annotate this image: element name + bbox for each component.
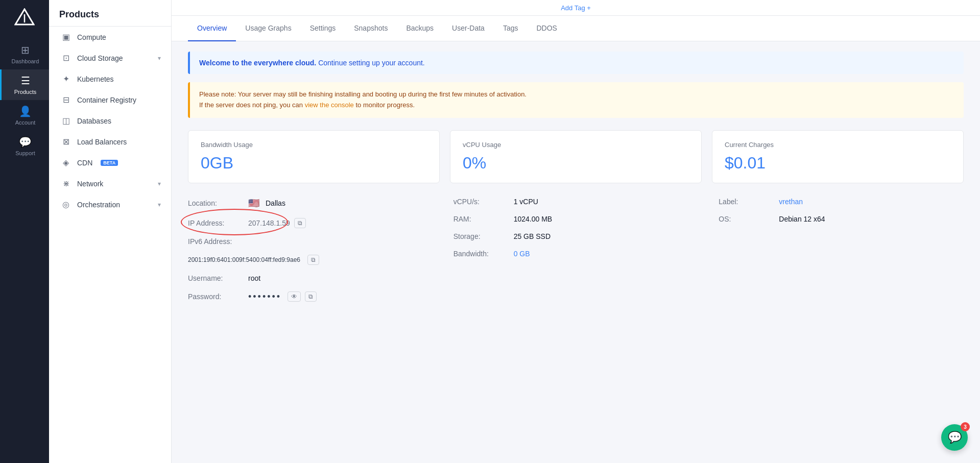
location-label: Location: [188,199,244,207]
network-icon: ⋇ [61,179,71,188]
nav-label-products: Products [14,89,36,95]
sidebar-label-compute: Compute [77,33,106,41]
add-tag-link[interactable]: Add Tag + [561,4,591,12]
storage-row: Storage: 25 GB SSD [453,232,699,240]
nav-label-account: Account [15,119,36,126]
charges-label: Current Charges [725,141,951,149]
sidebar-item-container-registry[interactable]: ⊟ Container Registry [49,89,171,110]
ip-value: 207.148.1.59 [248,219,290,227]
server-label-value[interactable]: vrethan [779,198,803,206]
note-line3: to monitor progress. [355,101,415,109]
info-col-1: Location: 🇺🇸 Dallas IP Address: 207.148.… [188,198,433,302]
welcome-banner: Welcome to the everywhere cloud. Continu… [188,52,964,74]
chevron-down-icon-network: ▾ [158,180,161,187]
tab-user-data[interactable]: User-Data [443,16,494,41]
sidebar-item-load-balancers[interactable]: ⊠ Load Balancers [49,131,171,152]
sidebar-item-kubernetes[interactable]: ✦ Kubernetes [49,68,171,89]
products-icon: ☰ [21,75,30,87]
stat-card-vcpu: vCPU Usage 0% [450,130,702,183]
sidebar-title: Products [49,0,171,27]
tab-settings[interactable]: Settings [301,16,345,41]
tab-snapshots[interactable]: Snapshots [345,16,397,41]
main-content: Add Tag + Overview Usage Graphs Settings… [172,0,980,463]
continue-setup-link[interactable]: Continue setting up your account. [318,59,425,67]
tabs-bar: Overview Usage Graphs Settings Snapshots… [172,16,980,41]
info-col-3: Label: vrethan OS: Debian 12 x64 [719,198,964,302]
tab-usage-graphs[interactable]: Usage Graphs [236,16,300,41]
cloud-storage-icon: ⊡ [61,53,71,63]
beta-badge: BETA [101,160,118,166]
nav-label-dashboard: Dashboard [12,58,39,64]
dashboard-icon: ⊞ [21,44,30,56]
ip-address-row: IP Address: 207.148.1.59 ⧉ [188,218,433,228]
sidebar-item-network[interactable]: ⋇ Network ▾ [49,173,171,194]
databases-icon: ◫ [61,116,71,126]
bandwidth-info-row: Bandwidth: 0 GB [453,250,699,258]
info-col-2: vCPU/s: 1 vCPU RAM: 1024.00 MB Storage: … [453,198,699,302]
bandwidth-label: Bandwidth Usage [201,141,427,149]
password-label: Password: [188,293,244,301]
nav-item-support[interactable]: 💬 Support [0,131,49,161]
add-tag-bar: Add Tag + [172,0,980,16]
charges-value: $0.01 [725,154,951,173]
nav-item-products[interactable]: ☰ Products [0,69,49,100]
toggle-password-button[interactable]: 👁 [288,291,301,302]
os-label: OS: [719,215,775,223]
password-dots: ••••••• [248,291,281,302]
ram-row: RAM: 1024.00 MB [453,215,699,223]
sidebar-item-orchestration[interactable]: ◎ Orchestration ▾ [49,194,171,215]
welcome-bold-text: Welcome to the everywhere cloud. [199,59,316,67]
sidebar-item-cloud-storage[interactable]: ⊡ Cloud Storage ▾ [49,47,171,68]
container-registry-icon: ⊟ [61,95,71,105]
sidebar-label-orchestration: Orchestration [77,201,120,209]
sidebar-item-cdn[interactable]: ◈ CDN BETA [49,152,171,173]
nav-item-dashboard[interactable]: ⊞ Dashboard [0,39,49,69]
stat-card-charges: Current Charges $0.01 [712,130,964,183]
storage-label: Storage: [453,232,510,240]
bandwidth-info-value[interactable]: 0 GB [514,250,530,258]
location-value: Dallas [266,199,285,207]
bandwidth-value: 0GB [201,154,427,173]
sidebar-label-cdn: CDN [77,159,92,167]
copy-password-button[interactable]: ⧉ [305,291,317,302]
chat-fab[interactable]: 💬 3 [941,424,968,451]
orchestration-icon: ◎ [61,200,71,209]
server-label-label: Label: [719,198,775,206]
tab-ddos[interactable]: DDOS [527,16,566,41]
nav-item-account[interactable]: 👤 Account [0,100,49,131]
ip-label: IP Address: [188,219,244,227]
ram-value: 1024.00 MB [514,215,553,223]
storage-value: 25 GB SSD [514,232,551,240]
view-console-link[interactable]: view the console [305,101,354,109]
copy-ip-button[interactable]: ⧉ [294,218,306,228]
location-row: Location: 🇺🇸 Dallas [188,198,433,209]
chevron-down-icon-orchestration: ▾ [158,201,161,208]
sidebar-label-load-balancers: Load Balancers [77,138,127,146]
sidebar-label-network: Network [77,180,103,188]
ipv6-row: IPv6 Address: [188,237,433,246]
vcpus-row: vCPU/s: 1 vCPU [453,198,699,206]
tab-overview[interactable]: Overview [188,16,236,41]
label-row: Label: vrethan [719,198,964,206]
ipv6-label: IPv6 Address: [188,237,244,246]
sidebar-label-cloud-storage: Cloud Storage [77,54,123,62]
chat-badge: 3 [961,422,970,431]
cdn-icon: ◈ [61,158,71,167]
ipv6-value-row: 2001:19f0:6401:009f:5400:04ff:fed9:9ae6 … [188,255,433,265]
password-row: Password: ••••••• 👁 ⧉ [188,291,433,302]
sidebar-item-databases[interactable]: ◫ Databases [49,110,171,131]
vcpu-value: 0% [463,154,689,173]
vcpus-label: vCPU/s: [453,198,510,206]
note-banner: Please note: Your server may still be fi… [188,82,964,118]
stat-card-bandwidth: Bandwidth Usage 0GB [188,130,440,183]
username-label: Username: [188,274,244,282]
kubernetes-icon: ✦ [61,74,71,84]
username-value: root [248,274,260,282]
tab-tags[interactable]: Tags [494,16,528,41]
copy-ipv6-button[interactable]: ⧉ [307,255,319,265]
sidebar-label-databases: Databases [77,117,111,125]
sidebar-item-compute[interactable]: ▣ Compute [49,27,171,47]
load-balancers-icon: ⊠ [61,137,71,147]
logo[interactable] [12,6,37,31]
tab-backups[interactable]: Backups [397,16,443,41]
